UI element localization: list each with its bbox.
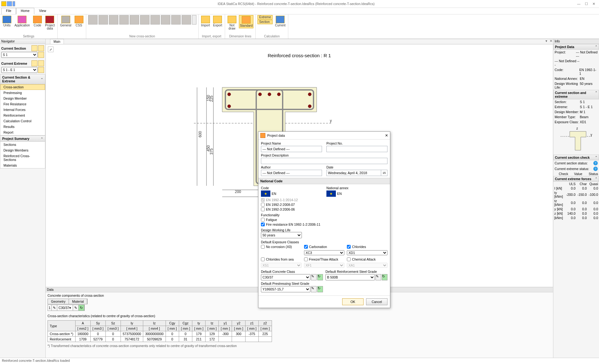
chlor-select[interactable]: XD1 [347, 250, 387, 255]
nav-item-reinforced-cross-sections[interactable]: Reinforced Cross-Sections [0, 153, 45, 163]
nav-item-cross-section[interactable]: Cross-section [0, 84, 45, 90]
fit-view-button[interactable]: ⤢ [48, 47, 54, 52]
code-button[interactable]: Code [32, 15, 42, 28]
close-icon[interactable]: ✕ [592, 2, 595, 6]
shape-t-icon[interactable] [99, 15, 108, 25]
edit-icon[interactable]: ✎ [311, 274, 317, 280]
not-draw-button[interactable]: Not draw [227, 15, 237, 31]
section-next-icon[interactable] [38, 45, 44, 51]
cross-section-gallery[interactable] [88, 15, 196, 34]
nav-item-report[interactable]: Report [0, 130, 45, 135]
ribbon-tab-view[interactable]: View [34, 8, 51, 14]
refresh-icon[interactable]: ↻ [382, 274, 387, 280]
dialog-close-icon[interactable]: ✕ [385, 133, 388, 138]
nav-item-materials[interactable]: Materials [0, 163, 45, 168]
shape-t2-icon[interactable] [182, 15, 191, 25]
gallery-more-icon[interactable] [192, 15, 196, 25]
dialog-title-bar[interactable]: Project data ✕ [258, 132, 390, 140]
project-name-field[interactable] [261, 146, 322, 152]
calendar-icon[interactable]: 15 [381, 170, 387, 176]
refresh-button[interactable]: ↻ [79, 305, 84, 311]
nav-item-fire-resistance[interactable]: Fire Resistance [0, 101, 45, 107]
minimize-icon[interactable]: — [577, 2, 581, 6]
ribbon-tab-file[interactable]: File [1, 8, 16, 14]
nav-item-reinforcement[interactable]: Reinforcement [0, 113, 45, 118]
info-check-header[interactable]: Current section check⌃ [553, 155, 599, 160]
freeze-checkbox[interactable] [304, 257, 308, 261]
export-button[interactable]: Export [212, 15, 223, 28]
fire-checkbox[interactable] [261, 223, 265, 226]
shape-ll-icon[interactable] [140, 15, 150, 25]
nav-item-internal-forces[interactable]: Internal Forces [0, 107, 45, 113]
chlor-checkbox[interactable] [347, 245, 351, 249]
refresh-icon[interactable]: ↻ [317, 286, 323, 292]
ribbon-tab-home[interactable]: Home [16, 8, 34, 14]
shape-i-icon[interactable] [109, 15, 118, 25]
standard-button[interactable]: Standard [239, 15, 254, 28]
refresh-icon[interactable]: ↻ [317, 274, 323, 280]
cancel-button[interactable]: Cancel [366, 298, 387, 305]
edit-icon[interactable]: ✎ [311, 286, 317, 292]
qat-dropdown-icon[interactable] [13, 1, 15, 6]
units-button[interactable]: Units [2, 15, 12, 28]
dps-select[interactable]: Y1860S7-15,7 [261, 286, 310, 292]
nav-item-calculation-control[interactable]: Calculation Control [0, 118, 45, 124]
extreme-prev-icon[interactable] [31, 60, 37, 66]
nav-item-prestressing[interactable]: Prestressing [0, 90, 45, 96]
code-1992-3-checkbox[interactable] [261, 207, 265, 211]
annex-value[interactable]: EN [337, 192, 342, 196]
import-button[interactable]: Import [201, 15, 211, 28]
nav-item-sections[interactable]: Sections [0, 142, 45, 147]
dwl-select[interactable]: 50 years [261, 232, 302, 238]
section-button[interactable]: Section [257, 20, 272, 24]
extreme-next-icon[interactable] [38, 60, 44, 66]
carb-checkbox[interactable] [304, 245, 308, 249]
nav-group-summary[interactable]: Project Summary⌃ [0, 135, 45, 142]
author-field[interactable] [261, 170, 322, 176]
sea-checkbox[interactable] [261, 257, 265, 261]
desc-field[interactable] [261, 158, 387, 164]
shape-z-icon[interactable] [171, 15, 181, 25]
carb-select[interactable]: XC3 [304, 250, 345, 255]
tab-dropdown-icon[interactable]: ▾ [544, 39, 549, 44]
project-data-button[interactable]: Project data [44, 15, 55, 31]
drs-select[interactable]: B 500B [325, 274, 375, 280]
fatigue-checkbox[interactable] [261, 218, 265, 222]
nav-group-cse[interactable]: Current Section & Extreme⌃ [0, 74, 45, 84]
nav-item-design-members[interactable]: Design Members [0, 147, 45, 153]
ok-button[interactable]: OK [342, 298, 364, 305]
tab-close-icon[interactable]: ✕ [549, 39, 553, 44]
shape-ui-icon[interactable] [161, 15, 170, 25]
shape-i2-icon[interactable] [119, 15, 129, 25]
edit-icon[interactable]: ✎ [376, 274, 381, 280]
code-value[interactable]: EN [272, 192, 276, 196]
info-pd-header[interactable]: Project Data⌃ [553, 44, 599, 50]
current-button[interactable]: Current [274, 15, 286, 28]
project-no-field[interactable] [326, 146, 387, 152]
nav-item-design-member[interactable]: Design Member [0, 96, 45, 101]
dcc-select[interactable]: C30/37 [261, 274, 310, 280]
nocorr-checkbox[interactable] [261, 245, 265, 249]
shape-rect-icon[interactable] [88, 15, 98, 25]
tab-geometry[interactable]: Geometry [48, 299, 69, 304]
save-icon[interactable] [7, 1, 12, 6]
info-forces-header[interactable]: Current extreme forces⌃ [553, 176, 599, 182]
edit-geom-button[interactable]: ✎ [52, 305, 57, 311]
tab-main[interactable]: Main [50, 39, 64, 44]
application-button[interactable]: Application [14, 15, 31, 28]
general-button[interactable]: General [59, 15, 72, 28]
maximize-icon[interactable]: ☐ [585, 2, 588, 6]
section-prev-icon[interactable] [31, 45, 37, 51]
info-cse-header[interactable]: Current section and extreme⌃ [553, 90, 599, 99]
extreme-button[interactable]: Extreme [257, 15, 272, 19]
material-select[interactable]: C30/37 ▾ [57, 305, 73, 311]
css-button[interactable]: CSS [74, 15, 84, 28]
tab-material[interactable]: Material [69, 299, 87, 304]
nav-item-results[interactable]: Results [0, 124, 45, 130]
section-add-button[interactable] [38, 52, 44, 58]
chem-checkbox[interactable] [347, 257, 351, 261]
date-field[interactable] [326, 170, 381, 176]
code-1992-2-checkbox[interactable] [261, 203, 265, 207]
section-select[interactable]: S 1 [1, 52, 37, 58]
extreme-select[interactable]: S 1 - E 1 [1, 67, 37, 73]
